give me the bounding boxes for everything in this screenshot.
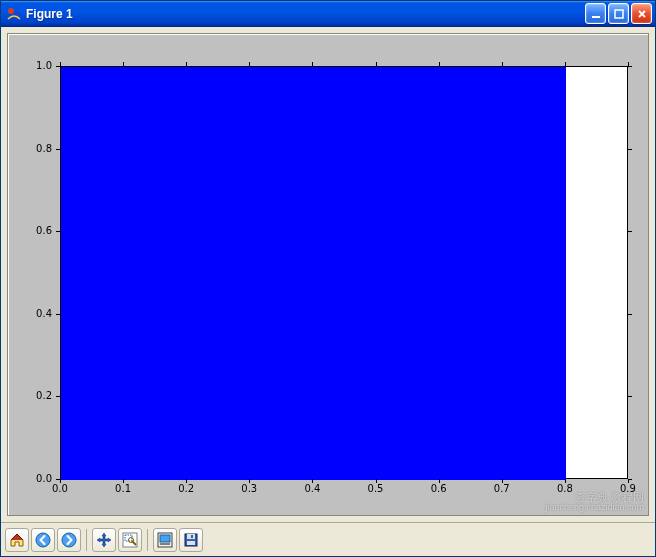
save-icon (183, 532, 199, 548)
home-icon (9, 532, 25, 548)
app-icon (7, 7, 21, 21)
ytick (56, 396, 60, 397)
figure-window: Figure 1 查字典 教程网 jiaocheng.chazidian.com… (0, 0, 656, 557)
ytick-label: 1.0 (36, 60, 52, 71)
ytick (56, 66, 60, 67)
ytick (56, 314, 60, 315)
watermark: 查字典 教程网 jiaocheng.chazidian.com (545, 491, 644, 513)
bar (187, 67, 313, 480)
svg-rect-15 (187, 541, 195, 545)
bar (61, 67, 187, 480)
ytick (56, 149, 60, 150)
configure-icon (157, 532, 173, 548)
ytick-label: 0.4 (36, 308, 52, 319)
close-button[interactable] (631, 3, 652, 24)
svg-point-0 (8, 8, 14, 14)
xtick-label: 0.4 (304, 483, 320, 494)
svg-rect-2 (592, 16, 600, 18)
ytick-label: 0.6 (36, 225, 52, 236)
xtick-label: 0.5 (368, 483, 384, 494)
forward-button[interactable] (57, 528, 81, 552)
svg-rect-11 (160, 543, 170, 545)
toolbar-separator (147, 529, 148, 551)
minimize-button[interactable] (585, 3, 606, 24)
pan-icon (96, 532, 112, 548)
home-button[interactable] (5, 528, 29, 552)
navigation-toolbar (1, 522, 655, 556)
back-button[interactable] (31, 528, 55, 552)
svg-point-4 (36, 533, 50, 547)
zoom-button[interactable] (118, 528, 142, 552)
ytick-label: 0.8 (36, 143, 52, 154)
xtick-label: 0.6 (431, 483, 447, 494)
zoom-icon (122, 532, 138, 548)
figure-canvas[interactable]: 查字典 教程网 jiaocheng.chazidian.com 0.00.20.… (7, 33, 649, 516)
bar (313, 67, 439, 480)
xtick-label: 0.1 (115, 483, 131, 494)
axes (60, 66, 628, 479)
ytick-label: 0.0 (36, 473, 52, 484)
svg-rect-14 (191, 535, 193, 538)
svg-rect-3 (615, 10, 623, 18)
configure-button[interactable] (153, 528, 177, 552)
pan-button[interactable] (92, 528, 116, 552)
client-area: 查字典 教程网 jiaocheng.chazidian.com 0.00.20.… (1, 27, 655, 556)
forward-icon (61, 532, 77, 548)
maximize-button[interactable] (608, 3, 629, 24)
watermark-line2: jiaocheng.chazidian.com (545, 503, 644, 513)
xtick-label: 0.0 (52, 483, 68, 494)
ytick (56, 231, 60, 232)
xtick-label: 0.9 (620, 483, 636, 494)
xtick-label: 0.8 (557, 483, 573, 494)
save-button[interactable] (179, 528, 203, 552)
window-title: Figure 1 (26, 7, 73, 21)
toolbar-separator (86, 529, 87, 551)
titlebar: Figure 1 (1, 1, 655, 27)
back-icon (35, 532, 51, 548)
xtick-label: 0.3 (241, 483, 257, 494)
xtick-label: 0.2 (178, 483, 194, 494)
xtick-label: 0.7 (494, 483, 510, 494)
bar (440, 67, 566, 480)
svg-rect-10 (160, 535, 170, 542)
svg-point-5 (62, 533, 76, 547)
ytick-label: 0.2 (36, 390, 52, 401)
